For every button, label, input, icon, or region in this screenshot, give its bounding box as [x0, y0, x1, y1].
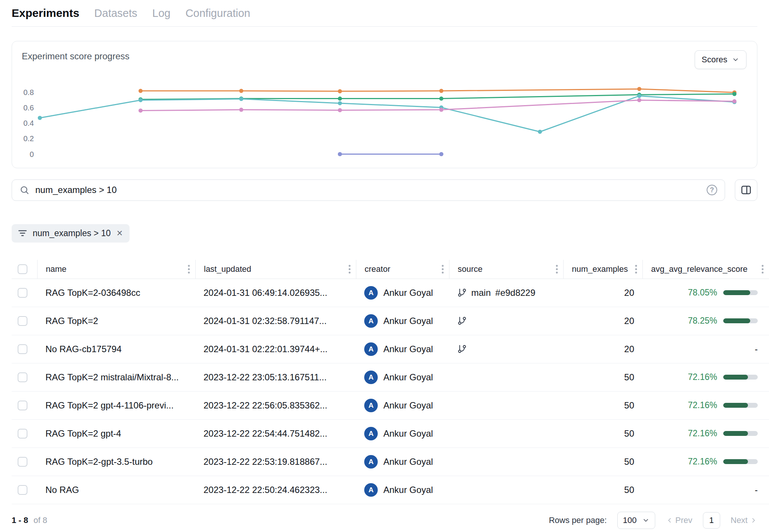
row-select-cell — [12, 457, 37, 467]
experiment-name[interactable]: RAG TopK=2-036498cc — [37, 288, 195, 298]
experiment-name[interactable]: No RAG — [37, 485, 195, 495]
score-bar — [723, 403, 758, 408]
row-total: of 8 — [33, 515, 47, 525]
avatar: A — [364, 314, 378, 328]
column-header-label: source — [458, 264, 483, 274]
help-icon[interactable]: ? — [707, 185, 717, 195]
table-row[interactable]: RAG TopK=2-gpt-3.5-turbo 2023-12-22 22:5… — [12, 448, 769, 476]
column-header-avg_avg_relevance_score[interactable]: avg_avg_relevance_score — [642, 260, 769, 279]
row-checkbox[interactable] — [18, 288, 27, 298]
num-examples-value: 50 — [563, 428, 642, 439]
active-filters-row: num_examples > 10 × — [12, 224, 757, 243]
row-checkbox[interactable] — [18, 372, 27, 382]
tab-log[interactable]: Log — [152, 7, 170, 20]
table-row[interactable]: RAG TopK=2 mistralai/Mixtral-8... 2023-1… — [12, 363, 769, 392]
table-row[interactable]: RAG TopK=2 gpt-4-1106-previ... 2023-12-2… — [12, 392, 769, 420]
column-header-source[interactable]: source — [449, 260, 563, 279]
experiment-name[interactable]: RAG TopK=2 — [37, 316, 195, 326]
row-checkbox[interactable] — [18, 316, 27, 326]
branch-name: main — [471, 288, 491, 298]
creator-cell: A Ankur Goyal — [356, 286, 449, 300]
search-icon — [20, 185, 29, 195]
filter-chip[interactable]: num_examples > 10 × — [12, 224, 130, 243]
avatar: A — [364, 342, 378, 356]
row-select-cell — [12, 401, 37, 410]
last-updated-value: 2023-12-22 23:05:13.167511... — [195, 372, 356, 383]
chart-point — [338, 108, 342, 112]
column-menu-icon[interactable] — [348, 264, 351, 274]
column-header-num_examples[interactable]: num_examples — [563, 260, 642, 279]
experiment-name[interactable]: RAG TopK=2-gpt-3.5-turbo — [37, 457, 195, 467]
experiment-name[interactable]: RAG TopK=2 mistralai/Mixtral-8... — [37, 372, 195, 383]
column-menu-icon[interactable] — [188, 264, 190, 274]
git-branch-icon — [457, 316, 467, 326]
row-checkbox[interactable] — [18, 485, 27, 495]
chart-point — [439, 89, 443, 93]
row-select-cell — [12, 429, 37, 439]
search-query-text: num_examples > 10 — [35, 185, 701, 195]
rows-per-page-select[interactable]: 100 — [617, 512, 655, 529]
tab-experiments[interactable]: Experiments — [12, 7, 79, 20]
chart-title: Experiment score progress — [21, 51, 748, 62]
current-page-indicator[interactable]: 1 — [703, 512, 720, 529]
row-checkbox[interactable] — [18, 457, 27, 467]
avatar: A — [364, 427, 378, 440]
table-row[interactable]: RAG TopK=2-036498cc 2024-01-31 06:49:14.… — [12, 279, 769, 307]
tab-datasets[interactable]: Datasets — [94, 7, 137, 20]
column-menu-icon[interactable] — [635, 264, 637, 274]
column-layout-button[interactable] — [735, 179, 757, 201]
creator-cell: A Ankur Goyal — [356, 427, 449, 440]
chart-point — [637, 87, 641, 91]
rows-per-page-label: Rows per page: — [549, 515, 607, 525]
experiment-name[interactable]: RAG TopK=2 gpt-4-1106-previ... — [37, 400, 195, 411]
column-header-label: creator — [365, 264, 390, 274]
creator-name: Ankur Goyal — [383, 485, 433, 495]
search-input[interactable]: num_examples > 10 ? — [12, 179, 725, 201]
row-select-cell — [12, 344, 37, 354]
column-header-creator[interactable]: creator — [356, 260, 449, 279]
table-row[interactable]: No RAG-cb175794 2024-01-31 02:22:01.3974… — [12, 335, 769, 363]
row-checkbox[interactable] — [18, 401, 27, 410]
next-page-button[interactable]: Next — [731, 515, 757, 525]
last-updated-value: 2023-12-22 22:50:24.462323... — [195, 485, 356, 495]
table-header-row: namelast_updatedcreatorsourcenum_example… — [12, 260, 769, 279]
remove-filter-button[interactable]: × — [116, 228, 124, 238]
creator-name: Ankur Goyal — [383, 400, 433, 411]
experiment-name[interactable]: No RAG-cb175794 — [37, 344, 195, 354]
table-row[interactable]: RAG TopK=2 gpt-4 2023-12-22 22:54:44.751… — [12, 420, 769, 448]
scores-dropdown[interactable]: Scores — [695, 50, 746, 69]
table-row[interactable]: No RAG 2023-12-22 22:50:24.462323... A A… — [12, 476, 769, 504]
score-value: 72.16% — [688, 372, 717, 382]
svg-text:0.8: 0.8 — [23, 88, 34, 96]
svg-text:0.2: 0.2 — [23, 134, 34, 143]
row-select-cell — [12, 485, 37, 495]
tab-configuration[interactable]: Configuration — [185, 7, 250, 20]
chart-point — [439, 96, 443, 101]
chart-series-pink — [140, 100, 734, 111]
git-branch-icon — [457, 288, 467, 297]
last-updated-value: 2023-12-22 22:56:05.835362... — [195, 400, 356, 411]
column-menu-icon[interactable] — [556, 264, 558, 274]
column-header-label: last_updated — [204, 264, 251, 274]
creator-cell: A Ankur Goyal — [356, 455, 449, 469]
source-cell: main #e9d8229 — [449, 288, 563, 298]
experiment-name[interactable]: RAG TopK=2 gpt-4 — [37, 428, 195, 439]
chart-point — [38, 116, 42, 120]
creator-name: Ankur Goyal — [383, 457, 433, 467]
select-all-checkbox[interactable] — [18, 264, 27, 274]
column-menu-icon[interactable] — [761, 264, 764, 274]
column-header-last_updated[interactable]: last_updated — [195, 260, 356, 279]
pagination-summary: 1 - 8 of 8 — [12, 515, 47, 525]
table-row[interactable]: RAG TopK=2 2024-01-31 02:32:58.791147...… — [12, 307, 769, 335]
score-bar — [723, 431, 758, 436]
avatar: A — [364, 399, 378, 412]
score-cell: 72.16% - — [642, 372, 769, 382]
chart-point — [239, 108, 243, 112]
column-menu-icon[interactable] — [442, 264, 444, 274]
column-header-name[interactable]: name — [37, 260, 195, 279]
chart-point — [139, 98, 143, 102]
row-checkbox[interactable] — [18, 429, 27, 439]
prev-page-button[interactable]: Prev — [666, 515, 692, 525]
chart-point — [439, 152, 443, 156]
row-checkbox[interactable] — [18, 344, 27, 354]
